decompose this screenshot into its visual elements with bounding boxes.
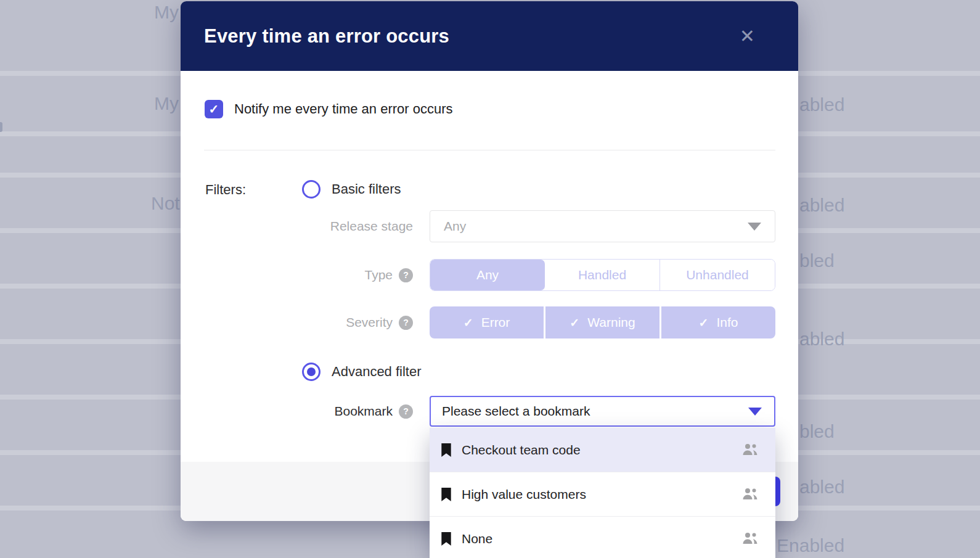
background-text: abled bbox=[799, 94, 844, 116]
advanced-filter-radio-row[interactable]: Advanced filter bbox=[302, 363, 422, 381]
severity-label: Severity ? bbox=[273, 306, 413, 338]
check-icon: ✓ bbox=[463, 316, 473, 330]
modal-header: Every time an error occurs ✕ bbox=[181, 1, 798, 71]
people-icon bbox=[741, 488, 758, 501]
bookmark-dropdown-list: Checkout team code High value customers … bbox=[430, 428, 775, 558]
background-text: abled bbox=[799, 476, 844, 498]
background-text: bled bbox=[799, 421, 835, 443]
bookmark-option-label: High value customers bbox=[462, 487, 586, 502]
bookmark-option-label: Checkout team code bbox=[462, 443, 581, 457]
notify-checkbox-label[interactable]: Notify me every time an error occurs bbox=[234, 101, 453, 117]
close-icon[interactable]: ✕ bbox=[740, 27, 755, 46]
background-text: Enabled bbox=[777, 535, 844, 557]
bookmark-icon bbox=[441, 488, 452, 501]
bookmark-icon bbox=[441, 532, 452, 546]
severity-option-info[interactable]: ✓ Info bbox=[661, 306, 775, 338]
bookmark-option-checkout-team-code[interactable]: Checkout team code bbox=[430, 428, 775, 472]
release-stage-label: Release stage bbox=[273, 210, 413, 242]
release-stage-value: Any bbox=[444, 219, 466, 234]
caret-down-icon bbox=[748, 408, 762, 416]
severity-segmented-control: ✓ Error ✓ Warning ✓ Info bbox=[430, 306, 775, 338]
notify-checkbox-row[interactable]: ✓ Notify me every time an error occurs bbox=[205, 100, 453, 118]
check-icon: ✓ bbox=[209, 102, 219, 117]
severity-option-warning[interactable]: ✓ Warning bbox=[545, 306, 659, 338]
bookmark-select-placeholder: Please select a bookmark bbox=[442, 404, 590, 419]
background-artifact bbox=[0, 122, 2, 132]
background-text: abled bbox=[799, 194, 844, 216]
screen: My My c Not abled abled bled abled bled … bbox=[0, 0, 980, 558]
background-text: abled bbox=[799, 328, 844, 350]
bookmark-option-none[interactable]: None bbox=[430, 517, 775, 558]
type-help-icon[interactable]: ? bbox=[399, 268, 413, 282]
caret-down-icon bbox=[748, 223, 761, 231]
people-icon bbox=[741, 532, 758, 545]
basic-filters-radio-row[interactable]: Basic filters bbox=[302, 180, 401, 199]
advanced-filter-radio-label[interactable]: Advanced filter bbox=[332, 364, 422, 380]
modal-title: Every time an error occurs bbox=[204, 25, 449, 47]
bookmark-select[interactable]: Please select a bookmark bbox=[430, 396, 775, 427]
filters-label: Filters: bbox=[205, 182, 246, 198]
severity-help-icon[interactable]: ? bbox=[399, 316, 413, 330]
type-segmented-control: Any Handled Unhandled bbox=[430, 259, 775, 291]
bookmark-label: Bookmark ? bbox=[273, 395, 413, 427]
check-icon: ✓ bbox=[699, 316, 709, 330]
radio-selected-dot bbox=[307, 367, 316, 376]
type-option-unhandled[interactable]: Unhandled bbox=[659, 260, 775, 290]
bookmark-option-high-value-customers[interactable]: High value customers bbox=[430, 472, 775, 517]
release-stage-select[interactable]: Any bbox=[430, 210, 775, 242]
advanced-filter-radio[interactable] bbox=[302, 363, 321, 381]
background-text: bled bbox=[799, 250, 835, 272]
background-text: My bbox=[154, 1, 179, 23]
type-option-handled[interactable]: Handled bbox=[545, 260, 659, 290]
type-label: Type ? bbox=[273, 259, 413, 291]
bookmark-option-label: None bbox=[462, 531, 492, 546]
bookmark-icon bbox=[441, 443, 452, 457]
type-option-any[interactable]: Any bbox=[430, 260, 545, 290]
check-icon: ✓ bbox=[570, 316, 579, 330]
section-divider bbox=[204, 150, 775, 150]
notify-checkbox[interactable]: ✓ bbox=[205, 100, 223, 118]
background-text: Not bbox=[151, 192, 180, 215]
severity-option-error[interactable]: ✓ Error bbox=[430, 306, 544, 338]
basic-filters-radio[interactable] bbox=[302, 180, 321, 199]
people-icon bbox=[741, 443, 758, 456]
bookmark-help-icon[interactable]: ? bbox=[399, 404, 413, 419]
basic-filters-radio-label[interactable]: Basic filters bbox=[332, 181, 401, 197]
